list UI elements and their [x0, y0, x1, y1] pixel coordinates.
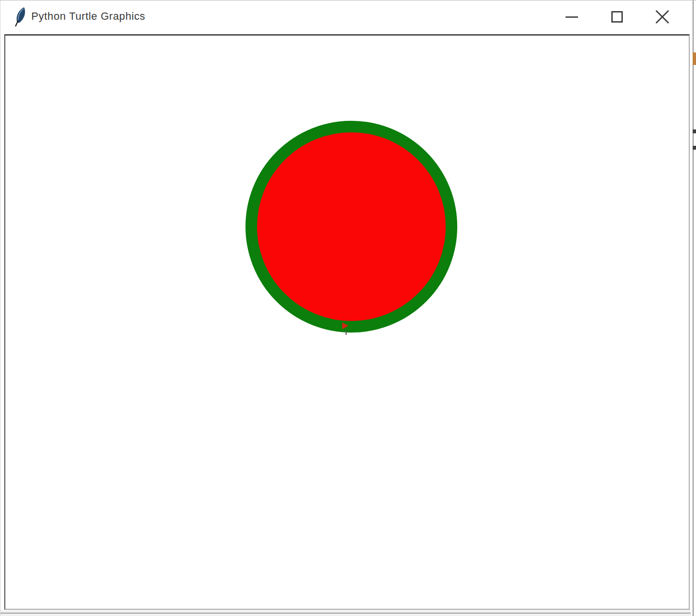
minimize-icon	[565, 10, 579, 24]
window-controls	[549, 0, 685, 33]
background-window-dash	[693, 146, 696, 150]
window-bottom-border	[0, 613, 691, 614]
turtle-cursor-tail	[346, 330, 347, 335]
background-window-border	[693, 0, 694, 616]
python-tk-feather-icon	[14, 7, 26, 27]
window-title: Python Turtle Graphics	[31, 0, 145, 33]
screen: Python Turtle Graphics	[0, 0, 696, 616]
title-bar[interactable]: Python Turtle Graphics	[0, 0, 691, 33]
drawn-circle	[251, 127, 451, 327]
background-window-dash	[693, 129, 696, 133]
window-bottom-edge	[0, 610, 691, 616]
minimize-button[interactable]	[549, 0, 594, 33]
background-window-sliver	[691, 0, 696, 616]
close-icon	[656, 10, 669, 24]
maximize-button[interactable]	[594, 0, 640, 33]
close-button[interactable]	[640, 0, 685, 33]
maximize-icon	[610, 10, 624, 24]
turtle-drawing	[5, 36, 689, 609]
background-window-accent-mark	[693, 52, 696, 65]
turtle-canvas	[4, 34, 690, 610]
